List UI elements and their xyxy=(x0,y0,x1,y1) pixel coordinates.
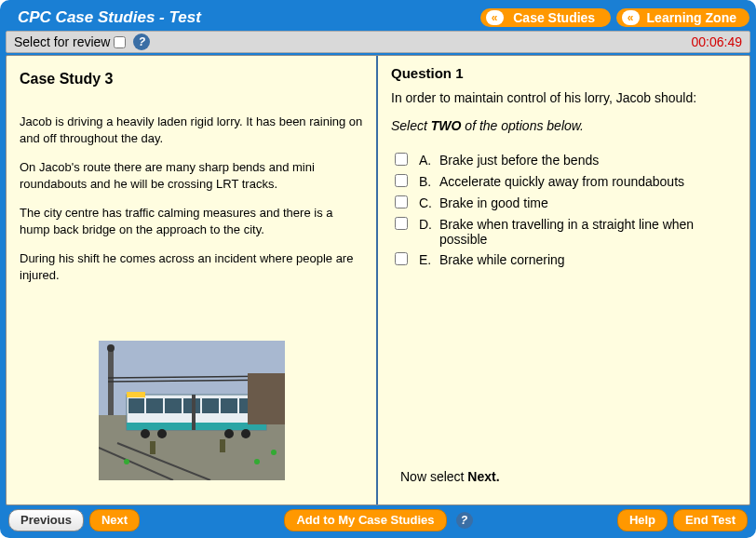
nav-label: Learning Zone xyxy=(647,10,736,25)
case-paragraph: On Jacob's route there are many sharp be… xyxy=(20,159,363,192)
option-checkbox[interactable] xyxy=(395,153,408,166)
header-nav: « Case Studies « Learning Zone xyxy=(480,8,749,27)
svg-point-17 xyxy=(141,429,150,438)
option-text: Brake when travelling in a straight line… xyxy=(436,214,736,249)
option-letter: A. xyxy=(415,150,436,171)
footer-bar: Previous Next Add to My Case Studies ? H… xyxy=(5,507,751,533)
option-row: B. Accelerate quickly away from roundabo… xyxy=(391,171,736,193)
svg-rect-15 xyxy=(192,395,196,430)
timer-display: 00:06:49 xyxy=(692,34,743,49)
help-icon[interactable]: ? xyxy=(456,512,473,529)
svg-rect-27 xyxy=(150,441,155,454)
svg-point-25 xyxy=(271,450,277,455)
question-instruction: Select TWO of the options below. xyxy=(391,118,736,133)
svg-rect-7 xyxy=(127,423,266,430)
svg-rect-16 xyxy=(127,392,145,397)
instr-bold: TWO xyxy=(431,118,462,133)
option-row: D. Brake when travelling in a straight l… xyxy=(391,214,736,249)
now-prefix: Now select xyxy=(400,469,467,484)
app-frame: CPC Case Studies - Test « Case Studies «… xyxy=(0,0,756,538)
option-letter: C. xyxy=(415,193,436,214)
case-paragraph: Jacob is driving a heavily laden rigid l… xyxy=(20,114,363,146)
instr-prefix: Select xyxy=(391,118,431,133)
review-label: Select for review xyxy=(14,34,110,49)
svg-point-18 xyxy=(157,429,167,438)
option-letter: D. xyxy=(415,214,436,249)
question-stem: In order to maintain control of his lorr… xyxy=(391,90,736,105)
option-checkbox[interactable] xyxy=(395,252,408,265)
option-checkbox[interactable] xyxy=(395,195,408,208)
case-paragraph: During his shift he comes across an inci… xyxy=(20,250,363,283)
add-to-my-case-studies-button[interactable]: Add to My Case Studies xyxy=(284,509,446,531)
option-letter: B. xyxy=(415,171,436,193)
svg-point-19 xyxy=(224,429,234,438)
option-letter: E. xyxy=(415,249,436,271)
nav-case-studies[interactable]: « Case Studies xyxy=(480,8,611,27)
option-text: Brake in good time xyxy=(436,193,736,214)
app-title: CPC Case Studies - Test xyxy=(7,8,201,27)
sub-toolbar: Select for review ? 00:06:49 xyxy=(6,31,750,53)
option-text: Brake while cornering xyxy=(436,249,736,271)
svg-point-3 xyxy=(107,344,115,352)
case-title: Case Study 3 xyxy=(20,71,363,87)
svg-point-24 xyxy=(254,459,260,464)
now-bold: Next. xyxy=(467,469,499,484)
option-checkbox[interactable] xyxy=(395,217,408,230)
tram-image xyxy=(99,341,285,480)
now-select-hint: Now select Next. xyxy=(391,469,736,495)
review-checkbox[interactable] xyxy=(114,36,126,48)
question-pane: Question 1 In order to maintain control … xyxy=(378,56,749,504)
help-icon[interactable]: ? xyxy=(133,34,150,50)
case-image-holder xyxy=(20,341,363,490)
chevron-left-icon: « xyxy=(622,10,640,25)
nav-label: Case Studies xyxy=(511,10,598,25)
previous-button[interactable]: Previous xyxy=(8,509,84,531)
header-bar: CPC Case Studies - Test « Case Studies «… xyxy=(5,5,751,31)
nav-learning-zone[interactable]: « Learning Zone xyxy=(616,8,749,27)
option-checkbox[interactable] xyxy=(395,174,408,187)
svg-rect-23 xyxy=(248,373,285,424)
option-text: Accelerate quickly away from roundabouts xyxy=(436,171,736,193)
option-text: Brake just before the bends xyxy=(436,150,736,171)
case-paragraph: The city centre has traffic calming meas… xyxy=(20,205,363,237)
instr-suffix: of the options below. xyxy=(461,118,584,133)
chevron-left-icon: « xyxy=(486,10,504,25)
help-button[interactable]: Help xyxy=(617,509,668,531)
next-button[interactable]: Next xyxy=(89,509,140,531)
review-group: Select for review ? xyxy=(14,34,150,50)
main-content: Case Study 3 Jacob is driving a heavily … xyxy=(6,55,750,505)
end-test-button[interactable]: End Test xyxy=(673,509,748,531)
option-row: E. Brake while cornering xyxy=(391,249,736,271)
svg-rect-8 xyxy=(128,398,264,413)
svg-point-26 xyxy=(124,459,129,464)
case-study-pane: Case Study 3 Jacob is driving a heavily … xyxy=(7,56,378,504)
svg-point-20 xyxy=(241,429,250,438)
question-title: Question 1 xyxy=(391,65,736,81)
svg-rect-28 xyxy=(220,439,225,452)
option-row: C. Brake in good time xyxy=(391,193,736,214)
options-list: A. Brake just before the bends B. Accele… xyxy=(391,150,736,271)
option-row: A. Brake just before the bends xyxy=(391,150,736,171)
